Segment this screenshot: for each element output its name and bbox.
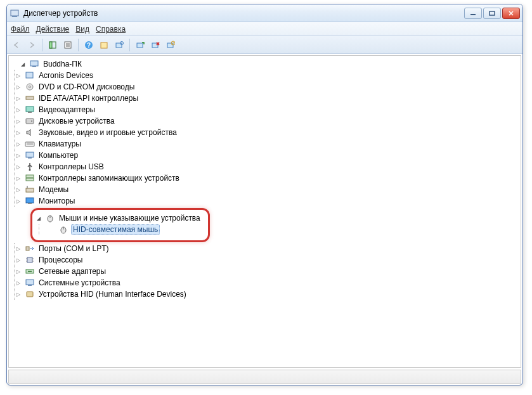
tree-category[interactable]: Звуковые, видео и игровые устройства <box>15 127 519 138</box>
device-category-icon <box>25 127 35 138</box>
category-label[interactable]: IDE ATA/ATAPI контроллеры <box>37 94 139 103</box>
close-button[interactable] <box>502 8 520 19</box>
menu-help[interactable]: Справка <box>96 25 126 34</box>
menubar: Файл Действие Вид Справка <box>7 22 522 36</box>
expand-toggle-icon[interactable] <box>15 106 22 113</box>
menu-action[interactable]: Действие <box>36 25 70 34</box>
svg-rect-15 <box>116 43 122 48</box>
expand-toggle-icon[interactable] <box>15 94 22 102</box>
tree-category[interactable]: IDE ATA/ATAPI контроллеры <box>15 93 519 104</box>
toolbar: ? <box>7 36 522 54</box>
expand-toggle-icon[interactable] <box>15 174 22 182</box>
svg-rect-24 <box>30 61 38 66</box>
category-label[interactable]: Сетевые адаптеры <box>37 267 107 276</box>
help-button[interactable]: ? <box>82 38 96 52</box>
mouse-icon <box>58 224 68 235</box>
tree-category[interactable]: Устройства HID (Human Interface Devices) <box>15 288 519 300</box>
device-category-icon <box>25 93 35 103</box>
expand-toggle-icon[interactable] <box>15 290 22 298</box>
svg-rect-29 <box>26 96 34 100</box>
uninstall-button[interactable] <box>148 38 162 52</box>
device-category-icon <box>25 70 35 81</box>
expand-toggle-icon[interactable] <box>15 152 22 159</box>
minimize-button[interactable] <box>464 8 482 19</box>
tree-category[interactable]: Порты (COM и LPT) <box>15 243 519 254</box>
titlebar[interactable]: Диспетчер устройств <box>7 4 522 22</box>
tree-category[interactable]: Видеоадаптеры <box>15 104 519 115</box>
category-label[interactable]: Устройства HID (Human Interface Devices) <box>37 290 188 299</box>
tree-device-hid-mouse[interactable]: HID-совместимая мышь <box>48 224 204 235</box>
scan-hardware-button[interactable] <box>112 38 126 52</box>
device-category-icon <box>25 255 35 265</box>
menu-view[interactable]: Вид <box>75 25 89 34</box>
device-category-icon <box>25 105 35 115</box>
category-label[interactable]: Клавиатуры <box>37 139 82 148</box>
category-label[interactable]: Системные устройства <box>37 278 122 287</box>
category-label[interactable]: Видеоадаптеры <box>37 105 96 114</box>
expand-toggle-icon[interactable] <box>15 186 22 193</box>
device-category-icon <box>25 243 35 254</box>
device-label[interactable]: HID-совместимая мышь <box>71 224 160 235</box>
expand-toggle-icon[interactable] <box>15 129 22 136</box>
tree-category[interactable]: Мониторы <box>15 195 519 207</box>
category-label[interactable]: Acronis Devices <box>37 71 94 80</box>
category-label[interactable]: Модемы <box>37 185 70 194</box>
tree-category[interactable]: Компьютер <box>15 150 519 161</box>
expand-toggle-icon[interactable] <box>35 214 42 222</box>
tree-category[interactable]: Контроллеры запоминающих устройств <box>15 172 519 184</box>
expand-toggle-icon[interactable] <box>15 197 22 205</box>
show-hide-tree-button[interactable] <box>46 38 60 52</box>
tree-category[interactable]: Acronis Devices <box>15 70 519 81</box>
action-button[interactable] <box>97 38 111 52</box>
tree-category-mice[interactable]: Мыши и иные указывающие устройства <box>35 212 204 224</box>
expand-toggle-icon[interactable] <box>15 117 22 125</box>
expand-toggle-icon[interactable] <box>15 245 22 252</box>
root-label[interactable]: Buddha-ПК <box>42 60 83 68</box>
tree-category[interactable]: Дисковые устройства <box>15 115 519 127</box>
disable-button[interactable] <box>164 38 178 52</box>
expand-toggle-icon[interactable] <box>15 83 22 91</box>
tree-category[interactable]: Клавиатуры <box>15 138 519 150</box>
menu-file[interactable]: Файл <box>11 25 30 34</box>
tree-category[interactable]: Системные устройства <box>15 277 519 288</box>
device-tree-panel[interactable]: Buddha-ПК Acronis Devices DVD и CD-ROM д… <box>8 55 521 368</box>
tree-root[interactable]: Buddha-ПК <box>10 58 519 70</box>
toolbar-separator <box>42 39 42 51</box>
device-category-icon <box>25 162 35 172</box>
svg-rect-38 <box>28 157 32 159</box>
tree-category[interactable]: Модемы <box>15 184 519 195</box>
expand-toggle-icon[interactable] <box>15 268 22 275</box>
expand-toggle-icon[interactable] <box>15 140 22 148</box>
expand-toggle-icon[interactable] <box>15 256 22 264</box>
category-label[interactable]: Компьютер <box>37 151 79 160</box>
category-label[interactable]: Контроллеры запоминающих устройств <box>37 174 181 183</box>
expand-toggle-icon[interactable] <box>15 72 22 79</box>
device-category-icon <box>25 278 35 288</box>
svg-rect-42 <box>26 188 34 192</box>
nav-forward-button <box>25 38 39 52</box>
svg-rect-17 <box>137 43 143 48</box>
properties-button[interactable] <box>61 38 75 52</box>
category-label[interactable]: Мониторы <box>37 197 76 205</box>
category-label[interactable]: Процессоры <box>37 256 84 264</box>
svg-rect-7 <box>49 42 52 48</box>
maximize-button[interactable] <box>483 8 501 19</box>
category-label[interactable]: Дисковые устройства <box>37 117 116 126</box>
category-label[interactable]: DVD и CD-ROM дисководы <box>37 82 136 91</box>
expand-toggle-icon[interactable] <box>15 279 22 287</box>
tree-category[interactable]: DVD и CD-ROM дисководы <box>15 81 519 93</box>
category-label[interactable]: Звуковые, видео и игровые устройства <box>37 128 178 137</box>
expand-toggle-icon[interactable] <box>19 60 27 68</box>
device-category-icon <box>25 82 35 92</box>
update-driver-button[interactable] <box>133 38 147 52</box>
svg-rect-44 <box>26 198 34 203</box>
svg-point-33 <box>31 120 32 122</box>
tree-category[interactable]: Контроллеры USB <box>15 161 519 172</box>
tree-category[interactable]: Процессоры <box>15 254 519 266</box>
device-category-icon <box>25 116 35 126</box>
expand-toggle-icon[interactable] <box>15 163 22 171</box>
category-label[interactable]: Контроллеры USB <box>37 162 105 171</box>
category-label[interactable]: Порты (COM и LPT) <box>37 244 110 253</box>
category-label[interactable]: Мыши и иные указывающие устройства <box>58 214 202 223</box>
tree-category[interactable]: Сетевые адаптеры <box>15 266 519 277</box>
